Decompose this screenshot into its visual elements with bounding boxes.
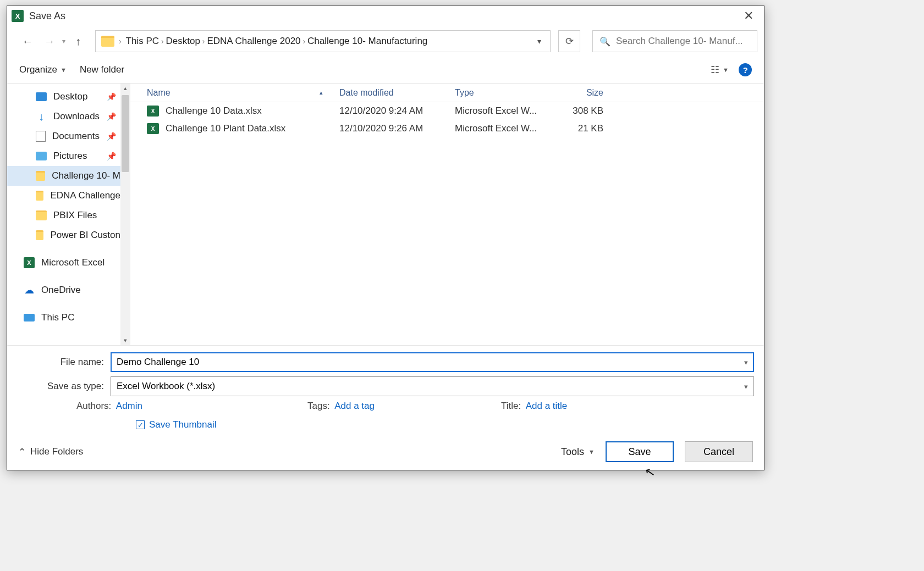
sidebar-item-label: Documents bbox=[52, 131, 100, 142]
search-box[interactable]: 🔍 bbox=[592, 30, 757, 52]
scroll-thumb[interactable] bbox=[122, 95, 129, 172]
save-as-dialog: X Save As ✕ ← → ▾ ↑ › This PC › Desktop … bbox=[7, 5, 765, 470]
address-bar[interactable]: › This PC › Desktop › EDNA Challenge 202… bbox=[95, 30, 551, 52]
chevron-down-icon: ▼ bbox=[588, 448, 595, 455]
cancel-button[interactable]: Cancel bbox=[685, 441, 753, 462]
breadcrumb-segment[interactable]: This PC bbox=[126, 36, 159, 46]
savetype-value: Excel Workbook (*.xlsx) bbox=[117, 381, 215, 392]
sidebar-root-item[interactable]: XMicrosoft Excel bbox=[7, 253, 120, 273]
filename-combo[interactable]: ▾ bbox=[111, 352, 754, 372]
address-dropdown-icon[interactable]: ▾ bbox=[534, 37, 544, 46]
chevron-down-icon[interactable]: ▾ bbox=[744, 358, 748, 367]
refresh-button[interactable]: ⟳ bbox=[558, 30, 580, 52]
save-form: File name: ▾ Save as type: Excel Workboo… bbox=[7, 345, 764, 434]
back-button[interactable]: ← bbox=[18, 32, 37, 51]
savetype-label: Save as type: bbox=[17, 381, 111, 392]
sidebar-item-label: This PC bbox=[41, 312, 74, 323]
toolbar: Organize ▼ New folder ☷ ▼ ? bbox=[7, 57, 764, 83]
doc-icon bbox=[36, 131, 46, 142]
title-value[interactable]: Add a title bbox=[526, 401, 568, 411]
chevron-down-icon: ▼ bbox=[61, 66, 67, 73]
file-list: Name ▴ Date modified Type Size XChalleng… bbox=[130, 84, 764, 345]
file-name: Challenge 10 Data.xlsx bbox=[166, 106, 262, 117]
folder-icon bbox=[36, 210, 47, 220]
excel-icon: X bbox=[24, 257, 35, 268]
title-label: Title: bbox=[501, 401, 521, 411]
sidebar-item-label: Power BI Custon bbox=[50, 230, 120, 241]
view-options-button[interactable]: ☷ ▼ bbox=[711, 64, 729, 76]
sidebar-root-item[interactable]: This PC bbox=[7, 308, 120, 328]
tools-button[interactable]: Tools ▼ bbox=[561, 446, 595, 458]
breadcrumb-sep: › bbox=[159, 37, 166, 46]
navigation-pane: Desktop📌↓Downloads📌Documents📌Pictures📌Ch… bbox=[7, 84, 130, 345]
pic-icon bbox=[36, 152, 47, 160]
organize-button[interactable]: Organize ▼ bbox=[19, 64, 67, 75]
file-date: 12/10/2020 9:26 AM bbox=[339, 123, 455, 134]
col-size[interactable]: Size bbox=[548, 88, 609, 98]
organize-label: Organize bbox=[19, 64, 57, 75]
close-button[interactable]: ✕ bbox=[738, 9, 760, 23]
search-icon: 🔍 bbox=[600, 36, 610, 47]
col-date[interactable]: Date modified bbox=[339, 88, 455, 98]
chevron-up-icon: ⌃ bbox=[18, 446, 26, 458]
search-input[interactable] bbox=[616, 36, 750, 47]
od-icon: ☁ bbox=[24, 285, 35, 295]
new-folder-button[interactable]: New folder bbox=[80, 64, 124, 75]
sidebar-item-label: Microsoft Excel bbox=[41, 257, 105, 268]
sidebar-item-label: Desktop bbox=[53, 91, 87, 102]
savetype-combo[interactable]: Excel Workbook (*.xlsx) ▾ bbox=[111, 376, 754, 396]
sidebar-item-label: Challenge 10- M bbox=[52, 170, 120, 181]
dialog-footer: ⌃ Hide Folders Tools ▼ Save Cancel bbox=[7, 434, 764, 470]
col-type[interactable]: Type bbox=[455, 88, 548, 98]
sidebar-item[interactable]: EDNA Challenge bbox=[7, 186, 120, 206]
breadcrumb-segment[interactable]: EDNA Challenge 2020 bbox=[207, 36, 300, 46]
file-type: Microsoft Excel W... bbox=[455, 106, 548, 117]
breadcrumb-sep: › bbox=[301, 37, 307, 46]
chevron-down-icon[interactable]: ▾ bbox=[744, 382, 748, 391]
sort-asc-icon: ▴ bbox=[320, 89, 323, 96]
sidebar-item[interactable]: PBIX Files bbox=[7, 206, 120, 225]
breadcrumb-segment[interactable]: Challenge 10- Manufacturing bbox=[307, 36, 427, 46]
tags-value[interactable]: Add a tag bbox=[334, 401, 375, 411]
authors-value[interactable]: Admin bbox=[116, 401, 142, 411]
history-dropdown-icon[interactable]: ▾ bbox=[62, 37, 65, 45]
scroll-up-icon[interactable]: ▴ bbox=[124, 85, 127, 92]
file-row[interactable]: XChallenge 10 Data.xlsx12/10/2020 9:24 A… bbox=[130, 102, 764, 120]
nav-row: ← → ▾ ↑ › This PC › Desktop › EDNA Chall… bbox=[7, 26, 764, 57]
breadcrumb-segment[interactable]: Desktop bbox=[166, 36, 200, 46]
sidebar-root-item[interactable]: ☁OneDrive bbox=[7, 280, 120, 300]
pin-icon: 📌 bbox=[107, 152, 116, 160]
scroll-down-icon[interactable]: ▾ bbox=[124, 337, 127, 344]
dialog-title: Save As bbox=[29, 10, 738, 22]
sidebar-item[interactable]: Desktop📌 bbox=[7, 87, 120, 107]
tags-label: Tags: bbox=[307, 401, 330, 411]
breadcrumb-sep: › bbox=[119, 37, 122, 46]
sidebar-scrollbar[interactable]: ▴ ▾ bbox=[120, 84, 130, 345]
pc-icon bbox=[24, 314, 35, 321]
sidebar-item[interactable]: Power BI Custon bbox=[7, 225, 120, 245]
sidebar-item[interactable]: Pictures📌 bbox=[7, 146, 120, 166]
filename-label: File name: bbox=[17, 357, 111, 368]
file-row[interactable]: XChallenge 10 Plant Data.xlsx12/10/2020 … bbox=[130, 120, 764, 137]
pin-icon: 📌 bbox=[107, 112, 116, 121]
forward-button[interactable]: → bbox=[40, 32, 59, 51]
filename-input[interactable] bbox=[117, 357, 748, 368]
hide-folders-button[interactable]: ⌃ Hide Folders bbox=[18, 446, 83, 458]
dl-icon: ↓ bbox=[36, 112, 47, 121]
help-button[interactable]: ? bbox=[739, 63, 752, 76]
sidebar-item[interactable]: ↓Downloads📌 bbox=[7, 107, 120, 126]
folder-icon bbox=[36, 191, 43, 201]
titlebar: X Save As ✕ bbox=[7, 6, 764, 26]
up-button[interactable]: ↑ bbox=[69, 32, 87, 51]
file-date: 12/10/2020 9:24 AM bbox=[339, 106, 455, 117]
file-size: 308 KB bbox=[548, 106, 609, 117]
breadcrumb-sep: › bbox=[200, 37, 207, 46]
save-button[interactable]: Save bbox=[606, 441, 674, 462]
col-name[interactable]: Name ▴ bbox=[130, 88, 339, 98]
save-thumbnail-checkbox[interactable]: ✓ bbox=[136, 420, 145, 429]
sidebar-item[interactable]: Challenge 10- M bbox=[7, 166, 120, 186]
sidebar-item[interactable]: Documents📌 bbox=[7, 126, 120, 146]
file-size: 21 KB bbox=[548, 123, 609, 134]
folder-icon bbox=[36, 230, 43, 240]
save-thumbnail-row[interactable]: ✓ Save Thumbnail bbox=[17, 419, 754, 430]
